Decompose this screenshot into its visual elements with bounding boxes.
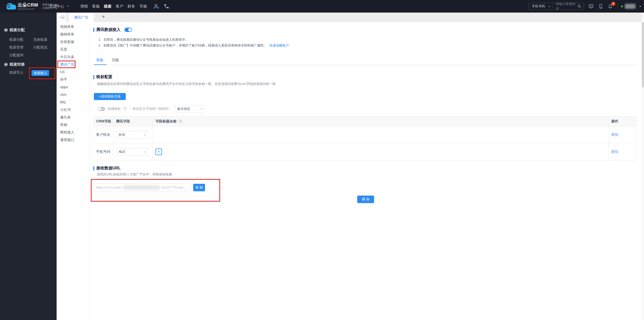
url-blurred-middle xyxy=(123,186,160,190)
nav-item-service[interactable]: 客服 xyxy=(92,4,100,9)
cell-tencent-field: 电话 ∨ xyxy=(113,143,153,160)
mobile-phone-icon[interactable] xyxy=(598,4,603,9)
add-mapping-button[interactable]: +添加映射关系 xyxy=(94,93,126,100)
nav-item-education[interactable]: 学服 xyxy=(139,4,147,9)
sidebar-item-assign-status[interactable]: 分配情况 xyxy=(33,45,47,50)
help-question-icon[interactable]: ? xyxy=(179,120,182,123)
tab-tencent-ads[interactable]: 腾讯广告 xyxy=(69,13,94,22)
logo-divider xyxy=(40,3,41,10)
chevron-down-icon: ▼ xyxy=(639,5,641,8)
channel-school-access[interactable]: 网校接入 xyxy=(57,128,89,136)
section-accent-bar xyxy=(93,75,94,79)
channel-telesales-form[interactable]: 电销表单 xyxy=(57,23,89,30)
delete-row-link[interactable]: 删除 xyxy=(611,132,618,137)
nav-divider xyxy=(74,4,75,8)
channel-bilibili[interactable]: B站 xyxy=(57,98,89,106)
mapping-description: 请确保您在此填写的腾讯自定义字段名称与在腾讯平台中自定义的字段名称一致，并且选项… xyxy=(97,82,276,86)
scrollbar-track[interactable] xyxy=(641,13,644,320)
access-instruction-2: 2、如果您在【推广】中创建了腾讯或微信公众号账户，并维护了账户结构，线索进入系统… xyxy=(98,43,289,48)
tray-divider xyxy=(617,4,618,9)
copy-url-button[interactable]: 复制 xyxy=(193,184,205,191)
left-sidebar: 线索分配 线索分配 无效线索 线索管理 分配情况 分配规则 线索对接 线索导入 … xyxy=(0,13,57,320)
scrollbar-thumb[interactable] xyxy=(642,22,644,87)
chevron-down-icon: ▼ xyxy=(67,5,69,8)
cell-actions: 删除 xyxy=(609,126,636,143)
admin-center-menu[interactable]: 管理中心 ▼ xyxy=(49,4,69,9)
quick-mapping-target-select[interactable]: 备注信息 ∨ xyxy=(175,105,205,113)
section-title: 接收数据URL xyxy=(96,166,121,171)
help-question-icon[interactable]: ? xyxy=(123,107,127,111)
channel-kuaishou[interactable]: 快手 xyxy=(57,76,89,83)
call-phone-icon[interactable] xyxy=(164,4,169,9)
search-icon[interactable] xyxy=(577,4,581,8)
channel-toutiao[interactable]: 今日头条 xyxy=(57,53,89,61)
global-search: 手机号码 ∨ 请输入搜索内容 xyxy=(529,3,584,10)
url-suffix: ds/2177?router_... xyxy=(162,186,188,189)
channel-wechat-sales-form[interactable]: 微销表单 xyxy=(57,30,89,38)
table-header-row: CRM字段 腾讯字段 字段标题名称 ? 操作 xyxy=(94,117,636,126)
nav-item-leads[interactable]: 线索 xyxy=(104,4,111,9)
chevron-down-icon: ∨ xyxy=(143,150,146,154)
nav-item-customers[interactable]: 客户 xyxy=(116,4,123,9)
sidebar-item-assign-rules[interactable]: 分配规则 xyxy=(9,53,23,58)
username-blurred xyxy=(625,4,635,9)
channel-vivo[interactable]: vivo xyxy=(57,91,89,98)
header-tencent-field: 腾讯字段 xyxy=(113,117,153,126)
brand-url: www.yunduocrm.com xyxy=(18,8,38,10)
add-field-title-button[interactable]: + xyxy=(155,149,162,155)
nav-item-marketing[interactable]: 营销 xyxy=(80,4,88,9)
receive-url-input[interactable]: https://crm.yundu ds/2177?router_... xyxy=(94,184,191,191)
quick-create-account-link[interactable]: 快速创建账户 xyxy=(269,43,289,47)
quick-mapping-toggle[interactable] xyxy=(98,107,105,111)
channel-qutoutiao[interactable]: 趣头条 xyxy=(57,113,89,121)
section-accent-bar xyxy=(93,166,94,170)
collapse-sidebar-icon[interactable] xyxy=(60,15,65,19)
sidebar-item-invalid-leads[interactable]: 无效线索 xyxy=(33,37,47,42)
chevron-down-icon: ∨ xyxy=(143,133,146,136)
tencent-field-select[interactable]: 姓名 ∨ xyxy=(116,131,148,139)
section-hexagon-icon xyxy=(4,28,8,32)
search-input[interactable]: 请输入搜索内容 xyxy=(556,2,577,11)
notification-bell-icon[interactable]: 8 xyxy=(608,4,613,9)
tab-old-version[interactable]: 旧版 xyxy=(112,58,119,62)
delete-row-link[interactable]: 删除 xyxy=(611,150,618,154)
channel-uc[interactable]: UC xyxy=(57,68,89,76)
cell-actions: 删除 xyxy=(609,143,636,160)
chevron-down-icon: ∨ xyxy=(200,107,202,111)
channel-xiaohongshu[interactable]: 小红书 xyxy=(57,106,89,113)
channel-generic-api[interactable]: 通用接口 xyxy=(57,136,89,144)
section-title: 腾讯数据接入 xyxy=(96,27,120,32)
tencent-access-toggle[interactable] xyxy=(125,28,132,32)
sidebar-item-lead-import[interactable]: 线索导入 xyxy=(9,70,23,75)
section-accent-bar xyxy=(93,28,94,32)
channel-baidu[interactable]: 百度 xyxy=(57,45,89,53)
dashboard-screen-icon[interactable] xyxy=(588,4,594,9)
header-field-title: 字段标题名称 ? xyxy=(153,117,609,126)
sidebar-collapse-area xyxy=(57,13,66,22)
channel-meiyou[interactable]: 美柚 xyxy=(57,121,89,128)
add-tab-button[interactable]: + xyxy=(102,14,105,20)
channel-online-service[interactable]: 在线客服 xyxy=(57,38,89,45)
tabs-divider-line xyxy=(93,65,636,65)
user-menu[interactable]: ▼ xyxy=(621,4,641,9)
tencent-field-select[interactable]: 电话 ∨ xyxy=(116,148,148,156)
sidebar-item-lead-assign[interactable]: 线索分配 xyxy=(9,37,23,42)
channel-oppo[interactable]: oppo xyxy=(57,83,89,91)
section-mapping-config: 映射配置 xyxy=(93,74,112,80)
top-navbar: C 云朵CRM www.yunduocrm.com 教育机构一站 式服务云平台 … xyxy=(0,0,644,13)
sidebar-item-lead-manage[interactable]: 线索管理 xyxy=(9,45,23,50)
chevron-down-icon: ∨ xyxy=(548,5,550,8)
search-divider xyxy=(553,4,553,8)
url-prefix: https://crm.yundu xyxy=(96,186,121,189)
search-category-select[interactable]: 手机号码 xyxy=(532,4,545,9)
header-crm-field: CRM字段 xyxy=(94,117,113,126)
section-title: 映射配置 xyxy=(96,74,112,80)
cloud-logo-icon: C xyxy=(6,3,17,10)
cell-tencent-field: 姓名 ∨ xyxy=(113,126,153,143)
cell-crm-field: 客户姓名 xyxy=(94,126,113,143)
cell-field-title: + xyxy=(153,143,609,160)
save-button[interactable]: 保存 xyxy=(357,196,374,203)
nav-item-finance[interactable]: 财务 xyxy=(128,4,135,9)
tab-new-version[interactable]: 新版 xyxy=(96,58,103,62)
add-user-icon[interactable] xyxy=(154,3,160,9)
